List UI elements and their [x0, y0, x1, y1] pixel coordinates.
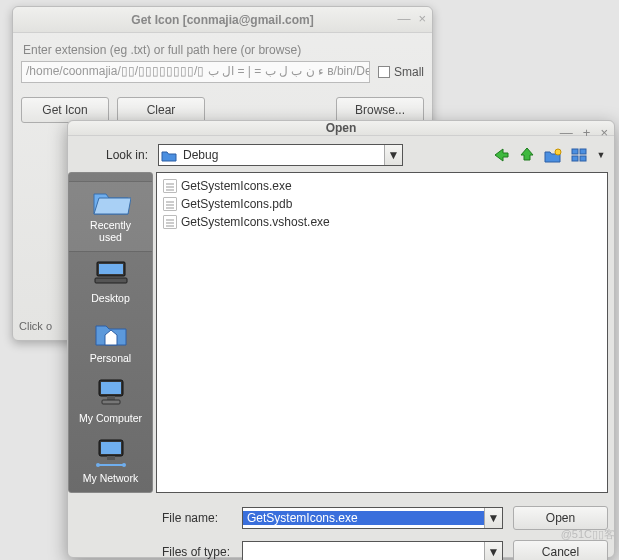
up-button[interactable] — [516, 144, 538, 166]
desktop-icon — [69, 256, 152, 290]
chevron-down-icon: ▼ — [384, 145, 402, 165]
cancel-button[interactable]: Cancel — [513, 540, 608, 560]
svg-rect-6 — [99, 264, 123, 274]
svg-rect-10 — [107, 396, 115, 400]
place-desktop[interactable]: Desktop — [69, 254, 152, 312]
svg-point-0 — [555, 149, 561, 155]
svg-rect-2 — [580, 149, 586, 154]
svg-rect-11 — [102, 400, 120, 404]
titlebar[interactable]: Open — + × — [68, 121, 614, 136]
place-personal[interactable]: Personal — [69, 314, 152, 372]
svg-rect-14 — [107, 456, 115, 460]
filetype-combo[interactable]: ▼ — [242, 541, 503, 560]
chevron-down-icon[interactable]: ▼ — [484, 542, 502, 560]
chevron-down-icon[interactable]: ▼ — [484, 508, 502, 528]
computer-icon — [69, 376, 152, 410]
svg-rect-3 — [572, 156, 578, 161]
svg-rect-7 — [95, 278, 127, 283]
lookin-value: Debug — [179, 148, 384, 162]
close-icon[interactable]: × — [418, 11, 426, 26]
list-item[interactable]: GetSystemIcons.vshost.exe — [159, 213, 605, 231]
svg-rect-1 — [572, 149, 578, 154]
file-icon — [163, 179, 177, 193]
dialog-title: Open — [326, 121, 357, 135]
lookin-combo[interactable]: Debug ▼ — [158, 144, 403, 166]
svg-rect-13 — [101, 442, 121, 454]
maximize-icon[interactable]: + — [583, 125, 591, 140]
new-folder-button[interactable] — [542, 144, 564, 166]
home-folder-icon — [69, 316, 152, 350]
list-item[interactable]: GetSystemIcons.pdb — [159, 195, 605, 213]
minimize-icon[interactable]: — — [397, 11, 410, 26]
network-icon — [69, 436, 152, 470]
folder-icon — [159, 149, 179, 162]
place-my-computer[interactable]: My Computer — [69, 374, 152, 432]
titlebar[interactable]: Get Icon [conmajia@gmail.com] — × — [13, 7, 432, 33]
place-my-network[interactable]: My Network — [69, 434, 152, 492]
small-checkbox[interactable]: Small — [378, 65, 424, 79]
open-dialog: Open — + × Look in: Debug ▼ — [67, 120, 615, 558]
minimize-icon[interactable]: — — [560, 125, 573, 140]
place-recent[interactable]: Recently used — [69, 181, 152, 252]
svg-point-16 — [122, 463, 126, 467]
filename-input[interactable]: GetSystemIcons.exe ▼ — [242, 507, 503, 529]
file-icon — [163, 197, 177, 211]
back-button[interactable] — [490, 144, 512, 166]
lookin-label: Look in: — [78, 148, 150, 162]
file-icon — [163, 215, 177, 229]
places-bar: Recently used Desktop Personal My Comput… — [68, 172, 153, 493]
filename-label: File name: — [162, 511, 232, 525]
svg-rect-9 — [101, 382, 121, 394]
svg-rect-4 — [580, 156, 586, 161]
folder-recent-icon — [69, 184, 152, 218]
filetype-label: Files of type: — [162, 545, 232, 559]
list-item[interactable]: GetSystemIcons.exe — [159, 177, 605, 195]
svg-point-15 — [96, 463, 100, 467]
file-list[interactable]: GetSystemIcons.exe GetSystemIcons.pdb Ge… — [156, 172, 608, 493]
checkbox-box — [378, 66, 390, 78]
small-label: Small — [394, 65, 424, 79]
view-menu-dropdown[interactable]: ▼ — [594, 144, 608, 166]
window-title: Get Icon [conmajia@gmail.com] — [131, 13, 313, 27]
watermark: @51C▯▯客 — [561, 527, 615, 542]
instruction-label: Enter extension (eg .txt) or full path h… — [23, 43, 424, 57]
path-input[interactable]: /home/coonmajia/▯▯/▯▯▯▯▯▯▯▯/▯ ء ن ب ل ب … — [21, 61, 370, 83]
footer-text: Click o — [19, 320, 52, 332]
view-menu-button[interactable] — [568, 144, 590, 166]
close-icon[interactable]: × — [600, 125, 608, 140]
